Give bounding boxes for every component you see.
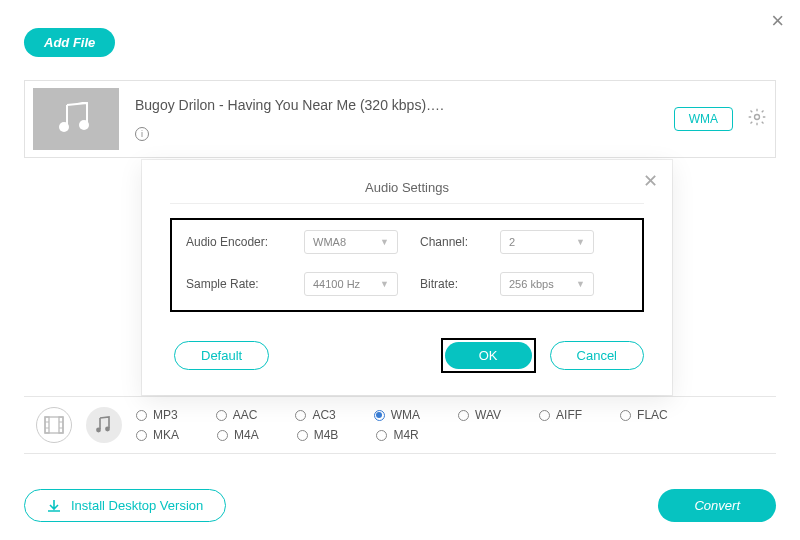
svg-point-11 — [105, 427, 110, 432]
format-label: AAC — [233, 408, 258, 422]
svg-rect-5 — [59, 417, 63, 433]
chevron-down-icon: ▼ — [380, 279, 389, 289]
bitrate-label: Bitrate: — [420, 277, 478, 291]
format-option-aiff[interactable]: AIFF — [539, 408, 582, 422]
format-option-m4r[interactable]: M4R — [376, 428, 418, 442]
svg-point-1 — [79, 120, 89, 130]
format-label: WMA — [391, 408, 420, 422]
format-label: FLAC — [637, 408, 668, 422]
chevron-down-icon: ▼ — [576, 279, 585, 289]
ok-highlight: OK — [441, 338, 536, 373]
format-bar: MP3AACAC3WMAWAVAIFFFLACMKAM4AM4BM4R — [24, 396, 776, 454]
default-button[interactable]: Default — [174, 341, 269, 370]
format-label: M4B — [314, 428, 339, 442]
format-label: M4A — [234, 428, 259, 442]
format-option-wav[interactable]: WAV — [458, 408, 501, 422]
radio-icon — [136, 430, 147, 441]
file-item: Bugoy Drilon - Having You Near Me (320 k… — [24, 80, 776, 158]
format-option-m4b[interactable]: M4B — [297, 428, 339, 442]
info-icon[interactable]: i — [135, 127, 149, 141]
format-option-wma[interactable]: WMA — [374, 408, 420, 422]
svg-rect-4 — [45, 417, 49, 433]
file-title: Bugoy Drilon - Having You Near Me (320 k… — [135, 97, 674, 113]
file-thumbnail — [33, 88, 119, 150]
format-label: MP3 — [153, 408, 178, 422]
close-icon[interactable]: × — [771, 8, 784, 34]
radio-icon — [539, 410, 550, 421]
radio-icon — [295, 410, 306, 421]
svg-point-0 — [59, 122, 69, 132]
radio-icon — [217, 430, 228, 441]
sample-label: Sample Rate: — [186, 277, 282, 291]
video-tab-icon[interactable] — [36, 407, 72, 443]
output-format-badge[interactable]: WMA — [674, 107, 733, 131]
format-label: AIFF — [556, 408, 582, 422]
format-option-m4a[interactable]: M4A — [217, 428, 259, 442]
format-option-flac[interactable]: FLAC — [620, 408, 668, 422]
gear-icon[interactable] — [747, 107, 767, 132]
radio-icon — [136, 410, 147, 421]
format-label: MKA — [153, 428, 179, 442]
encoder-dropdown[interactable]: WMA8▼ — [304, 230, 398, 254]
radio-icon — [376, 430, 387, 441]
format-option-aac[interactable]: AAC — [216, 408, 258, 422]
radio-icon — [458, 410, 469, 421]
format-label: WAV — [475, 408, 501, 422]
channel-dropdown[interactable]: 2▼ — [500, 230, 594, 254]
format-option-mp3[interactable]: MP3 — [136, 408, 178, 422]
audio-tab-icon[interactable] — [86, 407, 122, 443]
channel-label: Channel: — [420, 235, 478, 249]
download-icon — [47, 499, 61, 513]
format-option-ac3[interactable]: AC3 — [295, 408, 335, 422]
svg-point-10 — [96, 428, 101, 433]
sample-dropdown[interactable]: 44100 Hz▼ — [304, 272, 398, 296]
convert-button[interactable]: Convert — [658, 489, 776, 522]
format-option-mka[interactable]: MKA — [136, 428, 179, 442]
file-info: Bugoy Drilon - Having You Near Me (320 k… — [135, 97, 674, 141]
install-desktop-button[interactable]: Install Desktop Version — [24, 489, 226, 522]
add-file-button[interactable]: Add File — [24, 28, 115, 57]
install-desktop-label: Install Desktop Version — [71, 498, 203, 513]
radio-icon — [374, 410, 385, 421]
svg-point-2 — [755, 114, 760, 119]
radio-icon — [620, 410, 631, 421]
chevron-down-icon: ▼ — [576, 237, 585, 247]
svg-rect-3 — [45, 417, 63, 433]
radio-icon — [297, 430, 308, 441]
dialog-title: Audio Settings — [170, 174, 644, 204]
settings-highlight: Audio Encoder: WMA8▼ Channel: 2▼ Sample … — [170, 218, 644, 312]
cancel-button[interactable]: Cancel — [550, 341, 644, 370]
music-note-icon — [55, 101, 97, 137]
encoder-label: Audio Encoder: — [186, 235, 282, 249]
dialog-close-icon[interactable]: ✕ — [643, 170, 658, 192]
bitrate-dropdown[interactable]: 256 kbps▼ — [500, 272, 594, 296]
radio-icon — [216, 410, 227, 421]
format-label: AC3 — [312, 408, 335, 422]
audio-settings-dialog: ✕ Audio Settings Audio Encoder: WMA8▼ Ch… — [142, 160, 672, 395]
ok-button[interactable]: OK — [445, 342, 532, 369]
format-label: M4R — [393, 428, 418, 442]
chevron-down-icon: ▼ — [380, 237, 389, 247]
